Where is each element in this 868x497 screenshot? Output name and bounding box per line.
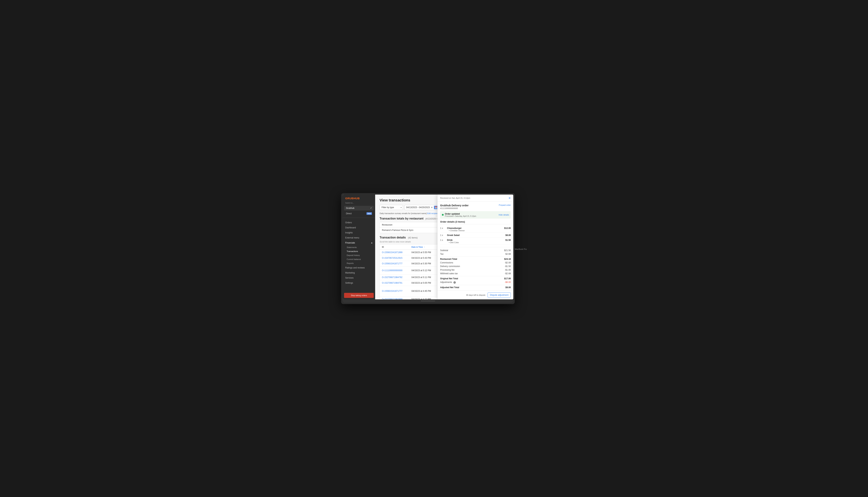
subtotal-value: $21.50 — [504, 249, 511, 252]
sidebar-item-reports[interactable]: Reports — [343, 261, 375, 265]
dispute-adjustment-button[interactable]: Dispute adjustment — [487, 293, 511, 298]
order-id-link[interactable]: O-154706725312915 — [382, 257, 402, 259]
withheld-label: Withheld sales tax — [440, 272, 458, 275]
new-badge: New — [367, 212, 372, 215]
adjusted-net-value: $9.00 — [505, 286, 511, 289]
chevron-up-icon: ▲ — [371, 242, 373, 244]
delivery-commission-label: Delivery commission — [440, 265, 460, 268]
prepaid-order-label[interactable]: Prepaid order — [499, 204, 511, 206]
sidebar-item-transactions[interactable]: Transactions — [343, 249, 375, 253]
brand-grubhub-label: Grubhub — [346, 207, 354, 209]
tax-label: Tax — [440, 253, 443, 255]
order-datetime: 04/15/23 at 5:12 PM — [409, 266, 438, 274]
totals-section: Subtotal $21.50 Tax $2.68 Restaurant Tot… — [440, 247, 511, 289]
details-count: (42 items) — [408, 237, 417, 239]
processing-fee-value: -$1.00 — [505, 269, 511, 271]
order-datetime: 04/15/23 at 5:30 PM — [409, 261, 438, 266]
order-id-link[interactable]: O-155601541871777 — [382, 290, 402, 292]
order-item: 1 x Greek Salad $8.00 — [440, 233, 511, 238]
delivery-commission-row: Delivery commission -$1.50 — [440, 265, 511, 268]
main-content: View transactions Filter by type 04/13/2… — [375, 195, 513, 299]
check-icon: ✓ — [370, 207, 372, 209]
filter-type-select[interactable]: Filter by type — [380, 205, 403, 210]
order-item: 1 x Drink • Diet Coke $1.50 — [440, 238, 511, 245]
sidebar-item-orders[interactable]: Orders — [343, 220, 375, 225]
sidebar-item-settings[interactable]: Settings — [343, 280, 375, 285]
col-datetime[interactable]: Date & Time ↑ — [409, 244, 438, 250]
order-panel-body: Grubhub Delivery order #111100000000000 … — [438, 201, 513, 290]
restaurant-total-label: Restaurant Total — [440, 258, 457, 260]
grubhub-logo: GRUBHUB — [343, 195, 375, 201]
order-datetime: 04/15/23 at 5:05 PM — [409, 280, 438, 286]
sidebar-item-insights[interactable]: Insights — [343, 230, 375, 235]
item-details: Drink • Diet Coke — [447, 239, 504, 243]
sidebar-item-financials[interactable]: Financials ▲ — [343, 240, 375, 245]
sidebar-item-dashboard[interactable]: Dashboard — [343, 225, 375, 230]
adjustments-row: Adjustments i -$8.00 — [440, 280, 511, 284]
order-id-link[interactable]: O-152706671984791 — [382, 282, 402, 284]
item-price: $8.00 — [505, 234, 511, 237]
item-name: Drink — [447, 239, 504, 241]
status-dot-icon — [442, 214, 444, 216]
order-id-link[interactable]: O-152706671984792 — [382, 276, 402, 279]
sidebar-item-marketing[interactable]: Marketing — [343, 270, 375, 275]
order-id-link[interactable]: O-155601541871999 — [382, 251, 402, 254]
switch-to-label: Switch to... — [343, 201, 375, 205]
commissions-value: -$2.00 — [505, 261, 511, 264]
order-id-link[interactable]: O-152706671984999 — [382, 298, 402, 299]
date-clear-button[interactable]: ✕ — [431, 206, 433, 209]
order-item: 1 x Cheeseburger • Cheddar cheese $12.00 — [440, 226, 511, 233]
status-detail: Processed • Saturday, April 15, 5:12pm — [445, 215, 476, 217]
order-number-row: Grubhub Delivery order #111100000000000 … — [440, 204, 511, 209]
original-net-label: Original Net Total — [440, 277, 458, 280]
order-datetime: 04/15/23 at 5:11 PM — [409, 274, 438, 280]
sidebar-brand-direct[interactable]: Direct New — [344, 211, 374, 216]
filter-type-wrap: Filter by type — [380, 205, 403, 210]
sidebar-item-statements[interactable]: Statements — [343, 245, 375, 249]
restaurant-total-row: Restaurant Total $24.18 — [440, 257, 511, 261]
adjustments-info-icon[interactable]: i — [453, 281, 456, 284]
item-name: Greek Salad — [447, 234, 504, 237]
item-name: Cheeseburger — [447, 227, 502, 229]
sidebar-brand-grubhub[interactable]: Grubhub ✓ — [344, 206, 374, 211]
order-status-bar: Order updated Processed • Saturday, Apri… — [440, 211, 511, 218]
col-restaurant: Restaurant — [380, 222, 438, 227]
stop-taking-orders-button[interactable]: Stop taking orders — [344, 293, 374, 298]
sidebar-item-current-balance[interactable]: Current balance — [343, 257, 375, 261]
restaurant-name: Romano's Famous Pizza & Gyro — [380, 227, 438, 233]
details-title: Transaction details — [380, 236, 406, 239]
restaurant-total-value: $24.18 — [504, 258, 511, 260]
sidebar-item-deposit-history[interactable]: Deposit history — [343, 253, 375, 257]
order-datetime: 04/15/23 at 4:22 PM — [409, 296, 438, 299]
dispute-days-label: 30 days left to dispute — [466, 294, 485, 296]
adjustments-label: Adjustments i — [440, 281, 456, 284]
item-price: $1.50 — [505, 239, 511, 241]
laptop-label: MacBook Pro — [515, 248, 527, 250]
order-title: Grubhub Delivery order — [440, 204, 468, 207]
col-id: ID — [380, 244, 409, 250]
order-datetime: 04/15/23 at 4:45 PM — [409, 286, 438, 296]
order-datetime: 04/15/23 at 5:43 PM — [409, 255, 438, 261]
order-detail-panel: Received on Sat, April 15, 4:12pm ✕ Grub… — [437, 195, 513, 299]
close-panel-button[interactable]: ✕ — [508, 196, 511, 200]
item-price: $12.00 — [504, 227, 511, 229]
commissions-label: Commissions — [440, 261, 453, 264]
item-qty: 1 x — [440, 234, 445, 237]
order-id-link[interactable]: O-111100000000000 — [382, 269, 402, 272]
hide-details-button[interactable]: Hide details — [499, 214, 509, 216]
sidebar-nav: Orders Dashboard Insights External menu … — [343, 219, 375, 292]
item-details: Cheeseburger • Cheddar cheese — [447, 227, 502, 232]
adjusted-net-row: Adjusted Net Total $9.00 — [440, 285, 511, 289]
date-filter: 04/13/2023 - 04/20/2023 ✕ 📅 — [404, 205, 440, 210]
item-details: Greek Salad — [447, 234, 504, 237]
sidebar-item-external-menu[interactable]: External menu — [343, 235, 375, 240]
withheld-row: Withheld sales tax -$2.68 — [440, 272, 511, 275]
subtotal-label: Subtotal — [440, 249, 448, 252]
sidebar-item-ratings-reviews[interactable]: Ratings and reviews — [343, 265, 375, 270]
order-status-left: Order updated Processed • Saturday, Apri… — [442, 213, 476, 217]
sidebar-item-services[interactable]: Services — [343, 275, 375, 280]
order-id-link[interactable]: O-155601541871777 — [382, 262, 402, 265]
tax-row: Tax $2.68 — [440, 252, 511, 256]
tax-value: $2.68 — [505, 253, 511, 255]
original-net-row: Original Net Total $17.00 — [440, 276, 511, 280]
